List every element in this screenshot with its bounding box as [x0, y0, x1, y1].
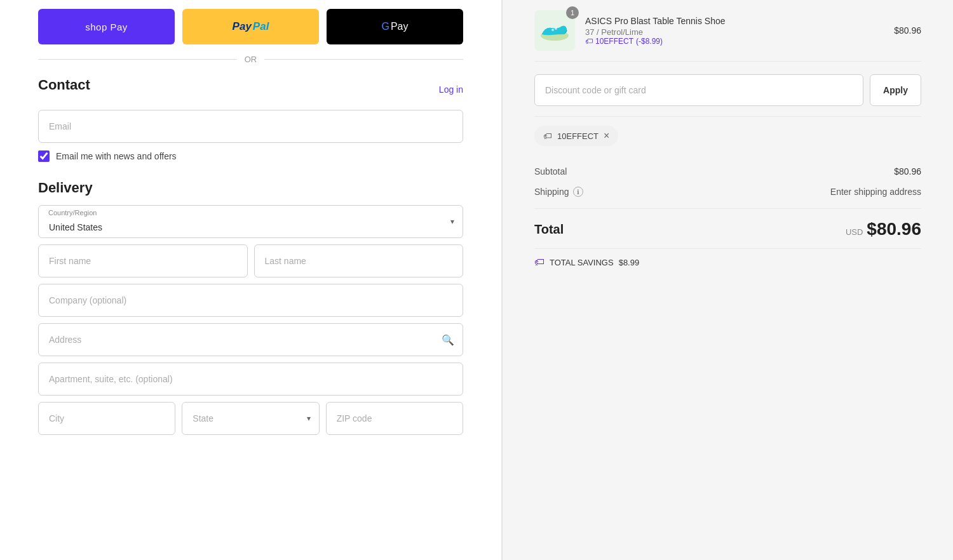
shoe-svg [539, 18, 571, 43]
savings-icon: 🏷 [534, 257, 544, 268]
country-field-group: Country/Region United States Canada Unit… [38, 205, 463, 238]
country-select-wrapper: Country/Region United States Canada Unit… [38, 205, 463, 238]
total-label: Total [534, 222, 564, 237]
last-name-field-group [254, 244, 464, 277]
email-input[interactable] [38, 110, 463, 143]
subtotal-label: Subtotal [534, 166, 567, 177]
product-quantity-badge: 1 [566, 6, 579, 19]
coupon-tag: 🏷 10EFFECT × [534, 126, 618, 146]
product-name: ASICS Pro Blast Table Tennis Shoe [585, 16, 884, 26]
shipping-label-group: Shipping ℹ [534, 187, 583, 197]
product-price-col: $80.96 [894, 25, 921, 36]
discount-amount-text: (-$8.99) [636, 37, 663, 46]
product-price: $80.96 [894, 25, 921, 36]
zip-input[interactable] [326, 402, 463, 435]
last-name-input[interactable] [254, 244, 464, 277]
coupon-code-label: 10EFFECT [557, 131, 598, 141]
payment-buttons: shop Pay Pay Pal G Pay [38, 0, 463, 44]
paypal-light: Pal [253, 20, 269, 33]
discount-icon: 🏷 [585, 37, 593, 46]
paypal-button[interactable]: Pay Pal [182, 9, 319, 44]
contact-header: Contact Log in [38, 77, 463, 102]
svg-point-1 [551, 29, 554, 31]
gpay-pay-text: Pay [391, 21, 409, 32]
shipping-row: Shipping ℹ Enter shipping address [534, 182, 921, 202]
coupon-tag-icon: 🏷 [543, 131, 552, 141]
state-field-group: State Alabama Alaska California New York… [182, 402, 319, 435]
or-label: OR [245, 55, 257, 64]
variant-text: 37 / Petrol/Lime [585, 27, 643, 37]
product-info: ASICS Pro Blast Table Tennis Shoe 37 / P… [585, 16, 884, 46]
log-in-link[interactable]: Log in [439, 84, 463, 95]
discount-section: Apply [534, 62, 921, 117]
savings-amount: $8.99 [619, 258, 640, 267]
address-input[interactable] [38, 323, 463, 356]
email-newsletter-label: Email me with news and offers [56, 151, 177, 161]
shipping-value: Enter shipping address [830, 187, 921, 197]
discount-code-input[interactable] [534, 74, 863, 106]
delivery-title: Delivery [38, 180, 463, 196]
contact-section: Contact Log in Email me with news and of… [38, 77, 463, 162]
apartment-input[interactable] [38, 363, 463, 396]
country-select[interactable]: United States Canada United Kingdom [38, 205, 463, 238]
discount-badge: 🏷 10EFFECT (-$8.99) [585, 37, 884, 46]
state-select[interactable]: State Alabama Alaska California New York… [182, 402, 319, 435]
savings-row: 🏷 TOTAL SAVINGS $8.99 [534, 249, 921, 268]
checkbox-row: Email me with news and offers [38, 150, 463, 162]
first-name-field-group [38, 244, 248, 277]
total-section: Total USD $80.96 [534, 209, 921, 249]
email-newsletter-checkbox[interactable] [38, 150, 50, 162]
total-amount: $80.96 [867, 219, 921, 239]
first-name-input[interactable] [38, 244, 248, 277]
svg-point-2 [555, 27, 557, 30]
or-divider: OR [38, 55, 463, 64]
subtotal-value: $80.96 [894, 166, 921, 177]
gpay-g: G [381, 21, 389, 32]
city-input[interactable] [38, 402, 175, 435]
total-amount-group: USD $80.96 [846, 219, 921, 239]
delivery-section: Delivery Country/Region United States Ca… [38, 180, 463, 435]
paypal-blue: Pay [233, 20, 252, 33]
total-currency: USD [846, 227, 863, 237]
coupon-tag-wrapper: 🏷 10EFFECT × [534, 117, 921, 155]
right-panel: 1 ASICS Pro Blast Table Tennis Shoe 37 /… [502, 0, 953, 560]
company-input[interactable] [38, 284, 463, 317]
shipping-info-icon[interactable]: ℹ [573, 187, 583, 197]
total-row: Total USD $80.96 [534, 219, 921, 239]
subtotal-row: Subtotal $80.96 [534, 161, 921, 182]
apply-button[interactable]: Apply [870, 74, 921, 106]
zip-field-group [326, 402, 463, 435]
discount-code-text: 10EFFECT [595, 37, 633, 46]
summary-rows: Subtotal $80.96 Shipping ℹ Enter shippin… [534, 155, 921, 209]
shipping-label: Shipping [534, 187, 569, 197]
apartment-field-group [38, 363, 463, 396]
product-variant: 37 / Petrol/Lime [585, 27, 884, 37]
product-row: 1 ASICS Pro Blast Table Tennis Shoe 37 /… [534, 0, 921, 62]
left-panel: shop Pay Pay Pal G Pay OR C [0, 0, 502, 560]
shop-pay-button[interactable]: shop Pay [38, 9, 175, 44]
city-field-group [38, 402, 175, 435]
coupon-remove-button[interactable]: × [604, 131, 609, 141]
product-image-wrapper: 1 [534, 10, 575, 51]
savings-label: TOTAL SAVINGS [550, 258, 614, 267]
contact-title: Contact [38, 77, 90, 93]
gpay-button[interactable]: G Pay [327, 9, 463, 44]
shop-text: shop Pay [85, 22, 128, 32]
name-row [38, 244, 463, 277]
address-field-group: 🔍 [38, 323, 463, 356]
email-field-group [38, 110, 463, 143]
city-state-zip-row: State Alabama Alaska California New York… [38, 402, 463, 435]
company-field-group [38, 284, 463, 317]
